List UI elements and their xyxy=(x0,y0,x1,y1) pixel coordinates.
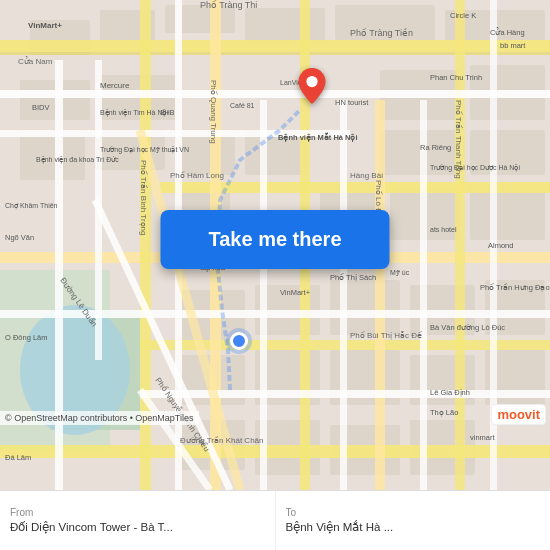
destination-pin xyxy=(298,68,326,108)
svg-rect-20 xyxy=(175,135,235,175)
svg-text:Hàng Bài: Hàng Bài xyxy=(350,171,383,180)
svg-text:vinmart: vinmart xyxy=(470,433,496,442)
svg-text:Phố Tràng Tiền: Phố Tràng Tiền xyxy=(350,28,413,38)
svg-text:Trường Đại học Dược Hà Nội: Trường Đại học Dược Hà Nội xyxy=(430,164,520,172)
svg-text:Mỹ úc: Mỹ úc xyxy=(390,269,410,276)
svg-text:Trường Đại học Mỹ thuật VN: Trường Đại học Mỹ thuật VN xyxy=(100,146,189,154)
map-attribution: © OpenStreetMap contributors • OpenMapTi… xyxy=(0,411,199,425)
destination-label: To xyxy=(286,507,541,518)
svg-text:Phố Thị Sách: Phố Thị Sách xyxy=(330,273,376,282)
svg-text:Chợ Khâm Thiên: Chợ Khâm Thiên xyxy=(5,202,58,210)
svg-text:VinMart+: VinMart+ xyxy=(28,21,62,30)
destination-item[interactable]: To Bệnh Viện Mắt Hà ... xyxy=(276,491,551,550)
svg-text:bb mart: bb mart xyxy=(500,41,526,50)
svg-text:Phan Chu Trinh: Phan Chu Trinh xyxy=(430,73,482,82)
svg-rect-38 xyxy=(0,40,550,52)
svg-text:ats hotel: ats hotel xyxy=(430,226,457,233)
svg-text:SHB: SHB xyxy=(160,109,175,116)
svg-text:Circle K: Circle K xyxy=(450,11,476,20)
map-container: Phố Tràng Thi Phố Tràng Tiền Cửa Nam Phố… xyxy=(0,0,550,490)
bottom-bar: From Đối Diện Vincom Tower - Bà T... To … xyxy=(0,490,550,550)
svg-text:Bệnh viện Mắt Hà Nội: Bệnh viện Mắt Hà Nội xyxy=(278,132,358,142)
take-me-there-button[interactable]: Take me there xyxy=(160,210,389,269)
svg-text:Phố Trần Hưng Đạo: Phố Trần Hưng Đạo xyxy=(480,283,550,292)
svg-rect-47 xyxy=(375,100,385,490)
svg-rect-19 xyxy=(470,185,545,240)
origin-label: From xyxy=(10,507,265,518)
svg-rect-58 xyxy=(420,100,427,490)
svg-text:Phố Hàm Long: Phố Hàm Long xyxy=(170,171,224,180)
moovit-logo: moovit xyxy=(491,404,546,425)
svg-text:HN tourist: HN tourist xyxy=(335,98,369,107)
svg-text:Lê Gia Định: Lê Gia Định xyxy=(430,388,470,397)
svg-rect-39 xyxy=(0,52,550,55)
svg-text:Bệnh viện Tim Hà Nội: Bệnh viện Tim Hà Nội xyxy=(100,109,168,117)
svg-text:Đá Lâm: Đá Lâm xyxy=(5,453,31,462)
svg-text:Café 81: Café 81 xyxy=(230,102,255,109)
svg-text:Cửa Nam: Cửa Nam xyxy=(18,56,53,66)
user-location-dot xyxy=(230,332,248,350)
svg-rect-53 xyxy=(55,60,63,490)
svg-text:Mercure: Mercure xyxy=(100,81,130,90)
svg-text:Đường Trần Khát Chân: Đường Trần Khát Chân xyxy=(180,436,263,445)
svg-text:BIDV: BIDV xyxy=(32,103,50,112)
svg-text:Bệnh viện đa khoa Trí Đức: Bệnh viện đa khoa Trí Đức xyxy=(36,156,119,164)
svg-text:Ra Riêng: Ra Riêng xyxy=(420,143,451,152)
svg-text:O Đông Lâm: O Đông Lâm xyxy=(5,333,48,342)
svg-text:Almond: Almond xyxy=(488,241,513,250)
svg-text:Phố Quang Trung: Phố Quang Trung xyxy=(209,80,218,144)
svg-text:Phố Trần Bình Trọng: Phố Trần Bình Trọng xyxy=(139,160,148,235)
svg-rect-43 xyxy=(0,445,550,458)
origin-title: Đối Diện Vincom Tower - Bà T... xyxy=(10,520,265,534)
svg-rect-7 xyxy=(245,8,325,43)
svg-text:Thọ Lão: Thọ Lão xyxy=(430,408,458,417)
svg-text:Phố Tràng Thi: Phố Tràng Thi xyxy=(200,0,257,10)
origin-item[interactable]: From Đối Diện Vincom Tower - Bà T... xyxy=(0,491,276,550)
svg-text:VinMart+: VinMart+ xyxy=(280,288,311,297)
svg-text:Phố Bùi Thị Hắc Đế: Phố Bùi Thị Hắc Đế xyxy=(350,331,422,340)
svg-point-110 xyxy=(306,76,317,87)
svg-text:Bà Vân đường Lò Đúc: Bà Vân đường Lò Đúc xyxy=(430,323,505,332)
destination-title: Bệnh Viện Mắt Hà ... xyxy=(286,520,541,534)
svg-rect-57 xyxy=(340,100,347,490)
svg-rect-56 xyxy=(260,100,267,490)
svg-text:Cửa Hàng: Cửa Hàng xyxy=(490,27,525,37)
svg-rect-49 xyxy=(0,90,550,98)
svg-text:Ngõ Văn: Ngõ Văn xyxy=(5,233,34,242)
